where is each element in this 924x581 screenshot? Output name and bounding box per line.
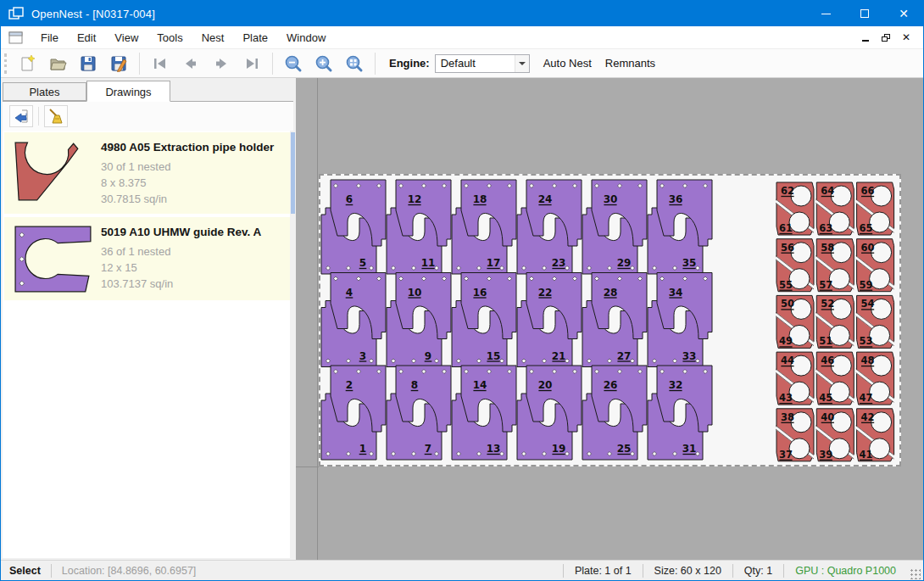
auto-nest-button[interactable]: Auto Nest [543, 57, 592, 70]
next-plate-button[interactable] [206, 51, 237, 76]
drawing-list-item-2[interactable]: 5019 A10 UHMW guide Rev. A 36 of 1 neste… [4, 217, 292, 300]
purple-part-pair[interactable]: 2625 [582, 366, 647, 460]
mdi-minimize-button[interactable] [855, 28, 876, 47]
last-plate-button[interactable] [237, 51, 267, 76]
first-plate-button[interactable] [145, 51, 175, 76]
svg-text:60: 60 [861, 242, 875, 254]
svg-text:30: 30 [604, 193, 618, 205]
svg-text:65: 65 [860, 222, 873, 234]
red-part-pair[interactable]: 4039 [815, 409, 854, 461]
mdi-close-button[interactable]: ✕ [896, 28, 916, 47]
purple-part-pair[interactable]: 3635 [648, 180, 712, 274]
mdi-restore-button[interactable] [876, 28, 896, 47]
menu-nest[interactable]: Nest [192, 26, 234, 48]
menu-view[interactable]: View [105, 26, 148, 48]
remnants-button[interactable]: Remnants [605, 57, 655, 70]
drawing-info: 4980 A05 Extraction pipe holder 30 of 1 … [101, 139, 287, 207]
svg-text:51: 51 [819, 335, 832, 347]
purple-part-pair[interactable]: 1413 [452, 366, 516, 460]
save-button[interactable] [73, 51, 103, 76]
drawing-nested-count: 36 of 1 nested [101, 243, 287, 260]
svg-text:53: 53 [860, 335, 873, 347]
menu-edit[interactable]: Edit [68, 26, 105, 48]
plate[interactable]: 6512111817242330293635431091615222128273… [319, 174, 901, 466]
scrollbar-thumb[interactable] [291, 132, 295, 214]
zoom-out-button[interactable] [278, 51, 309, 76]
combo-dropdown-area[interactable] [515, 55, 529, 72]
go-last-icon [242, 54, 261, 73]
minimize-button[interactable] [806, 1, 845, 26]
open-folder-icon [48, 54, 67, 73]
tab-drawings[interactable]: Drawings [86, 81, 170, 102]
red-part-pair[interactable]: 4847 [856, 352, 894, 405]
purple-part-pair[interactable]: 65 [321, 180, 386, 274]
purple-part-pair[interactable]: 1211 [387, 180, 451, 274]
engine-combobox[interactable]: Default [435, 54, 530, 73]
menu-tools[interactable]: Tools [148, 26, 192, 48]
menu-plate[interactable]: Plate [233, 26, 277, 48]
nest-canvas[interactable]: 6512111817242330293635431091615222128273… [296, 78, 923, 560]
menu-window[interactable]: Window [277, 26, 335, 48]
red-part-pair[interactable]: 6059 [856, 239, 894, 292]
purple-part-pair[interactable]: 3029 [582, 180, 647, 274]
red-part-pair[interactable]: 5049 [776, 295, 814, 348]
purple-part-pair[interactable]: 2221 [517, 273, 582, 367]
svg-text:33: 33 [682, 350, 697, 362]
svg-text:42: 42 [861, 411, 875, 423]
red-part-pair[interactable]: 6463 [815, 182, 854, 235]
svg-text:46: 46 [821, 355, 834, 366]
red-part-pair[interactable]: 4645 [815, 352, 854, 405]
previous-plate-button[interactable] [175, 51, 206, 76]
zoom-extents-button[interactable] [339, 51, 370, 76]
purple-part-pair[interactable]: 43 [321, 273, 386, 367]
drawing-title: 5019 A10 UHMW guide Rev. A [101, 226, 287, 238]
clear-button[interactable] [44, 105, 68, 127]
red-part-pair[interactable]: 4443 [776, 352, 814, 405]
purple-part-pair[interactable]: 3231 [648, 366, 712, 460]
origin-vertical-axis [317, 78, 318, 560]
main-toolbar: Engine: Default Auto Nest Remnants [1, 49, 923, 78]
tab-plates[interactable]: Plates [3, 82, 86, 101]
red-part-pair[interactable]: 5453 [856, 295, 894, 348]
new-button[interactable] [12, 51, 42, 76]
purple-part-pair[interactable]: 1615 [452, 273, 516, 367]
purple-part-pair[interactable]: 87 [387, 366, 451, 460]
thumbnail-shape-purple [15, 226, 91, 292]
drawing-list-item-1[interactable]: 4980 A05 Extraction pipe holder 30 of 1 … [4, 132, 292, 214]
toolbar-grip[interactable] [4, 53, 7, 74]
purple-part-pair[interactable]: 3433 [648, 273, 712, 367]
drawing-size: 8 x 8.375 [101, 175, 287, 191]
red-part-pair[interactable]: 6665 [856, 182, 894, 235]
red-part-pair[interactable]: 4241 [856, 409, 894, 461]
sidebar-scrollbar[interactable] [290, 131, 296, 560]
svg-text:62: 62 [781, 185, 794, 197]
purple-part-pair[interactable]: 1817 [452, 180, 516, 274]
open-button[interactable] [42, 51, 73, 76]
purple-part-pair[interactable]: 2423 [517, 180, 582, 274]
svg-text:3: 3 [359, 350, 366, 362]
red-part-pair[interactable]: 5655 [776, 239, 814, 292]
toolbar-separator [375, 53, 376, 75]
svg-text:17: 17 [487, 257, 501, 269]
purple-part-pair[interactable]: 2019 [517, 366, 582, 460]
red-part-pair[interactable]: 5857 [815, 239, 854, 292]
purple-part-pair[interactable]: 109 [387, 273, 451, 367]
broom-icon [47, 108, 64, 125]
blue-arrow-left-icon [13, 108, 30, 125]
toolbar-separator [139, 53, 140, 75]
purple-part-pair[interactable]: 2827 [582, 273, 647, 367]
zoom-in-button[interactable] [309, 51, 339, 76]
mdi-document-icon[interactable] [8, 31, 23, 44]
svg-text:36: 36 [669, 193, 683, 205]
red-part-pair[interactable]: 3837 [776, 409, 814, 461]
menu-file[interactable]: File [31, 26, 68, 48]
svg-text:61: 61 [779, 222, 793, 234]
red-part-pair[interactable]: 5251 [815, 295, 854, 348]
resize-grip[interactable] [909, 567, 921, 579]
close-button[interactable]: ✕ [884, 1, 923, 26]
send-to-drawing-button[interactable] [9, 105, 33, 127]
maximize-button[interactable] [845, 1, 884, 26]
purple-part-pair[interactable]: 21 [321, 366, 386, 460]
save-as-button[interactable] [103, 51, 134, 76]
red-part-pair[interactable]: 6261 [776, 182, 814, 235]
